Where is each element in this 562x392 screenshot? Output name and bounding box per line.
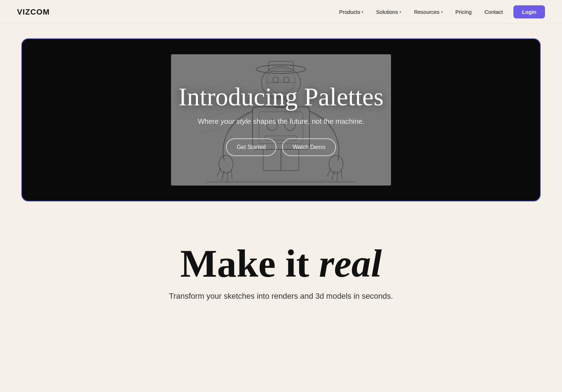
get-started-button[interactable]: Get Started	[226, 138, 276, 156]
nav-products[interactable]: Products ▾	[334, 6, 368, 18]
hero-card: Introducing Palettes Where your style sh…	[21, 38, 541, 201]
brand-logo[interactable]: VIZCOM	[17, 7, 50, 17]
solutions-chevron-icon: ▾	[400, 10, 401, 14]
hero-section: Introducing Palettes Where your style sh…	[0, 24, 562, 216]
hero-title: Introducing Palettes	[178, 84, 384, 111]
make-real-section: Make it real Transform your sketches int…	[0, 216, 562, 315]
hero-buttons: Get Started Watch Demo	[178, 138, 384, 156]
make-real-title: Make it real	[21, 244, 541, 283]
nav-solutions[interactable]: Solutions ▾	[371, 6, 406, 18]
make-real-subtitle: Transform your sketches into renders and…	[21, 292, 541, 301]
hero-content: Introducing Palettes Where your style sh…	[171, 77, 391, 164]
resources-chevron-icon: ▾	[441, 10, 443, 14]
products-chevron-icon: ▾	[362, 10, 363, 14]
login-button[interactable]: Login	[513, 5, 545, 18]
nav-links: Products ▾ Solutions ▾ Resources ▾ Prici…	[334, 5, 545, 18]
nav-resources[interactable]: Resources ▾	[409, 6, 448, 18]
hero-subtitle: Where your style shapes the future, not …	[178, 117, 384, 126]
watch-demo-button[interactable]: Watch Demo	[282, 138, 336, 156]
navbar: VIZCOM Products ▾ Solutions ▾ Resources …	[0, 0, 562, 24]
nav-pricing[interactable]: Pricing	[451, 6, 477, 18]
nav-contact[interactable]: Contact	[479, 6, 508, 18]
